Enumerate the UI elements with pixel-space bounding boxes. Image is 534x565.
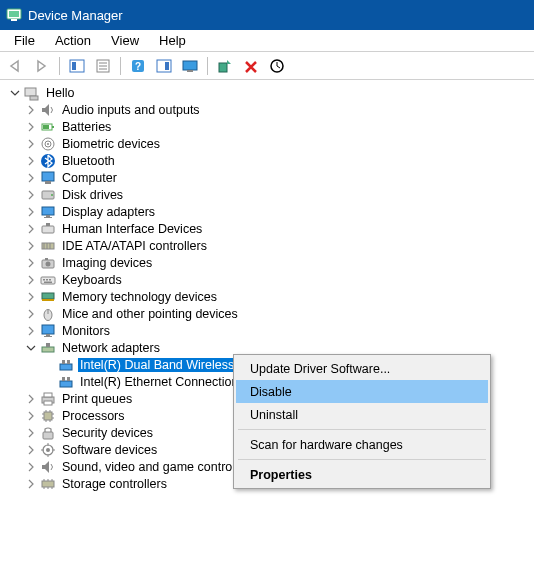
- separator: [238, 459, 486, 460]
- computer-root-icon: [24, 85, 40, 101]
- expand-icon[interactable]: [24, 256, 38, 270]
- menu-file[interactable]: File: [4, 31, 45, 50]
- tree-item-label: Intel(R) Ethernet Connection: [78, 375, 240, 389]
- tree-item[interactable]: Bluetooth: [0, 152, 534, 169]
- menu-help[interactable]: Help: [149, 31, 196, 50]
- expand-icon[interactable]: [24, 307, 38, 321]
- security-icon: [40, 425, 56, 441]
- help-button[interactable]: ?: [126, 55, 150, 77]
- hid-icon: [40, 221, 56, 237]
- mouse-icon: [40, 306, 56, 322]
- imaging-icon: [40, 255, 56, 271]
- scan-for-changes-button[interactable]: [265, 55, 289, 77]
- audio-icon: [40, 102, 56, 118]
- svg-rect-32: [44, 217, 52, 218]
- keyboard-icon: [40, 272, 56, 288]
- expand-icon[interactable]: [24, 477, 38, 491]
- tree-item-label: Security devices: [60, 426, 155, 440]
- svg-rect-1: [9, 11, 19, 17]
- tree-item[interactable]: Computer: [0, 169, 534, 186]
- expand-icon[interactable]: [24, 392, 38, 406]
- svg-rect-62: [67, 377, 70, 381]
- separator: [238, 429, 486, 430]
- tree-item[interactable]: Memory technology devices: [0, 288, 534, 305]
- refresh-button[interactable]: [152, 55, 176, 77]
- svg-rect-52: [46, 334, 50, 336]
- collapse-icon[interactable]: [8, 86, 22, 100]
- tree-item[interactable]: Biometric devices: [0, 135, 534, 152]
- expand-icon[interactable]: [24, 460, 38, 474]
- svg-rect-43: [43, 279, 45, 281]
- tree-item[interactable]: IDE ATA/ATAPI controllers: [0, 237, 534, 254]
- menu-action[interactable]: Action: [45, 31, 101, 50]
- properties-button[interactable]: [91, 55, 115, 77]
- svg-rect-33: [42, 226, 54, 233]
- ctx-update-driver[interactable]: Update Driver Software...: [236, 357, 488, 380]
- cpu-icon: [40, 408, 56, 424]
- monitor-toggle-button[interactable]: [178, 55, 202, 77]
- expand-icon[interactable]: [24, 239, 38, 253]
- svg-rect-34: [46, 223, 50, 226]
- svg-rect-61: [62, 377, 65, 381]
- expand-icon[interactable]: [24, 409, 38, 423]
- expand-icon[interactable]: [24, 222, 38, 236]
- tree-item[interactable]: Monitors: [0, 322, 534, 339]
- expand-icon[interactable]: [24, 426, 38, 440]
- disk-icon: [40, 187, 56, 203]
- network-icon: [40, 340, 56, 356]
- tree-item[interactable]: Mice and other pointing devices: [0, 305, 534, 322]
- expand-icon[interactable]: [24, 154, 38, 168]
- device-manager-icon: [6, 7, 22, 23]
- back-button[interactable]: [4, 55, 28, 77]
- expand-icon[interactable]: [24, 120, 38, 134]
- separator: [207, 57, 208, 75]
- battery-icon: [40, 119, 56, 135]
- device-tree[interactable]: Hello Audio inputs and outputs Batteries…: [0, 80, 534, 565]
- svg-rect-4: [72, 62, 76, 70]
- tree-item[interactable]: Keyboards: [0, 271, 534, 288]
- expand-icon[interactable]: [24, 188, 38, 202]
- ctx-properties[interactable]: Properties: [236, 463, 488, 486]
- expand-icon[interactable]: [24, 171, 38, 185]
- separator: [120, 57, 121, 75]
- update-driver-button[interactable]: [213, 55, 237, 77]
- svg-rect-58: [62, 360, 65, 364]
- tree-item[interactable]: Imaging devices: [0, 254, 534, 271]
- memory-icon: [40, 289, 56, 305]
- ctx-scan[interactable]: Scan for hardware changes: [236, 433, 488, 456]
- tree-item[interactable]: Audio inputs and outputs: [0, 101, 534, 118]
- ctx-disable[interactable]: Disable: [236, 380, 488, 403]
- tree-item-label: Sound, video and game controllers: [60, 460, 257, 474]
- expand-icon[interactable]: [24, 205, 38, 219]
- tree-item-label: Mice and other pointing devices: [60, 307, 240, 321]
- tree-item-label: Print queues: [60, 392, 134, 406]
- expand-icon[interactable]: [24, 273, 38, 287]
- menu-view[interactable]: View: [101, 31, 149, 50]
- svg-rect-64: [44, 393, 52, 397]
- tree-item[interactable]: Human Interface Devices: [0, 220, 534, 237]
- display-icon: [40, 204, 56, 220]
- collapse-icon[interactable]: [24, 341, 38, 355]
- svg-rect-31: [46, 215, 50, 217]
- tree-item[interactable]: Disk drives: [0, 186, 534, 203]
- menubar: File Action View Help: [0, 30, 534, 52]
- svg-rect-44: [46, 279, 48, 281]
- show-hidden-button[interactable]: [65, 55, 89, 77]
- expand-icon[interactable]: [24, 443, 38, 457]
- expand-icon[interactable]: [24, 290, 38, 304]
- svg-rect-21: [43, 125, 49, 129]
- printer-icon: [40, 391, 56, 407]
- toolbar: ?: [0, 52, 534, 80]
- tree-item-label: Keyboards: [60, 273, 124, 287]
- ctx-uninstall[interactable]: Uninstall: [236, 403, 488, 426]
- monitor-icon: [40, 323, 56, 339]
- expand-icon[interactable]: [24, 324, 38, 338]
- uninstall-button[interactable]: [239, 55, 263, 77]
- forward-button[interactable]: [30, 55, 54, 77]
- expand-icon[interactable]: [24, 103, 38, 117]
- tree-item[interactable]: Display adapters: [0, 203, 534, 220]
- tree-item[interactable]: Batteries: [0, 118, 534, 135]
- tree-root[interactable]: Hello: [0, 84, 534, 101]
- expand-icon[interactable]: [24, 137, 38, 151]
- svg-rect-60: [60, 381, 72, 387]
